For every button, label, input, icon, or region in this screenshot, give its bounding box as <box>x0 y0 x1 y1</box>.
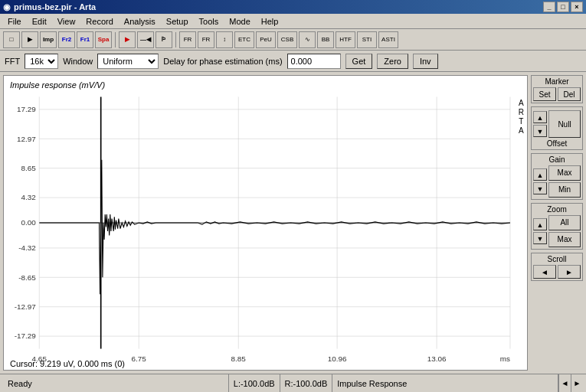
offset-arrows: ▲ ▼ <box>533 111 547 137</box>
marker-group: Marker Set Del <box>531 75 583 103</box>
gain-up-button[interactable]: ▲ <box>533 168 547 181</box>
toolbar: □▶ImpFr2Fr1Spa▶—◀🏳FRFR↕ETCPeUCSB∿BBHTFST… <box>0 29 586 51</box>
menu-item-setup[interactable]: Setup <box>162 15 193 28</box>
controls-bar: FFT 16k1k2k4k8k32k Window UniformHanning… <box>0 51 586 72</box>
get-button[interactable]: Get <box>345 54 373 69</box>
svg-text:12.97: 12.97 <box>17 135 36 143</box>
fr2-btn[interactable]: Fr2 <box>58 31 75 48</box>
menu-item-help[interactable]: Help <box>257 15 283 28</box>
scroll-group: Scroll ◄ ► <box>531 253 583 281</box>
spa-btn[interactable]: Spa <box>95 31 112 48</box>
zero-button[interactable]: Zero <box>377 54 408 69</box>
main-area: Impulse response (mV/V) A R T A 17.29 12… <box>0 72 586 374</box>
csb-btn[interactable]: CSB <box>277 31 297 48</box>
status-left-db: L:-100.0dB <box>229 374 280 392</box>
menu-item-file[interactable]: File <box>3 15 26 28</box>
zoom-title: Zoom <box>533 205 581 214</box>
toolbar-sep-2 <box>175 32 176 47</box>
stop-btn[interactable]: —◀ <box>137 31 154 48</box>
menubar: FileEditViewRecordAnalysisSetupToolsMode… <box>0 14 586 29</box>
offset-up-button[interactable]: ▲ <box>533 111 547 123</box>
peu-btn[interactable]: PeU <box>256 31 276 48</box>
fft-label: FFT <box>5 57 20 66</box>
window-select[interactable]: UniformHanningBlackmanFlatTop <box>97 54 159 69</box>
scroll-left-button[interactable]: ◄ <box>533 265 556 279</box>
svg-text:-17.29: -17.29 <box>15 332 37 340</box>
play-btn[interactable]: ▶ <box>119 31 136 48</box>
zoom-arrows: ▲ ▼ <box>533 218 547 244</box>
svg-text:17.29: 17.29 <box>17 105 36 113</box>
marker-set-button[interactable]: Set <box>533 87 556 101</box>
titlebar-title: ◉ primus-bez.pir - Arta <box>3 2 96 12</box>
svg-text:ms: ms <box>500 354 510 363</box>
svg-text:-8.65: -8.65 <box>18 273 36 282</box>
minimize-button[interactable]: _ <box>543 2 555 12</box>
status-scroll-left[interactable]: ◄ <box>558 374 571 392</box>
gain-group: Gain ▲ ▼ Max Min <box>531 153 583 200</box>
menu-item-mode[interactable]: Mode <box>224 15 255 28</box>
right-panel: Marker Set Del ▲ ▼ Null Offset Gain ▲ <box>531 75 583 371</box>
status-right-db: R:-100.0dB <box>280 374 333 392</box>
window-label: Window <box>63 57 93 66</box>
marker-title: Marker <box>533 77 581 86</box>
maximize-button[interactable]: □ <box>557 2 569 12</box>
svg-text:10.96: 10.96 <box>328 354 347 363</box>
open-btn[interactable]: ▶ <box>21 31 38 48</box>
marker-buttons: Set Del <box>533 87 581 101</box>
sti-btn[interactable]: STI <box>357 31 377 48</box>
status-scroll-right[interactable]: ► <box>571 374 583 392</box>
menu-item-tools[interactable]: Tools <box>195 15 224 28</box>
imp-btn[interactable]: Imp <box>40 31 57 48</box>
fr1-btn[interactable]: Fr1 <box>77 31 93 48</box>
htf-btn[interactable]: HTF <box>336 31 355 48</box>
gain-down-button[interactable]: ▼ <box>533 182 547 194</box>
step-btn[interactable]: ↕ <box>216 31 233 48</box>
chart-area: Impulse response (mV/V) A R T A 17.29 12… <box>3 75 528 371</box>
flag-btn[interactable]: 🏳 <box>156 31 172 48</box>
chart-svg: 17.29 12.97 8.65 4.32 0.00 -4.32 -8.65 -… <box>4 76 527 370</box>
titlebar: ◉ primus-bez.pir - Arta _ □ × <box>0 0 586 14</box>
scroll-right-button[interactable]: ► <box>558 265 581 279</box>
offset-row: ▲ ▼ Null <box>533 110 581 138</box>
cursor-info: Cursor: 9.219 uV, 0.000 ms (0) <box>10 359 125 368</box>
offset-down-button[interactable]: ▼ <box>533 125 547 137</box>
svg-text:6.75: 6.75 <box>132 354 147 363</box>
gain-max-button[interactable]: Max <box>548 165 581 181</box>
zoom-up-button[interactable]: ▲ <box>533 218 547 230</box>
zoom-max-button[interactable]: Max <box>548 232 581 247</box>
delay-input[interactable] <box>287 54 341 69</box>
offset-label: Offset <box>533 139 581 148</box>
status-mode: Impulse Response <box>332 374 558 392</box>
asti-btn[interactable]: ASTI <box>378 31 398 48</box>
delay-label: Delay for phase estimation (ms) <box>163 57 282 66</box>
offset-null-button[interactable]: Null <box>548 110 581 138</box>
bb-btn[interactable]: BB <box>317 31 334 48</box>
svg-text:13.06: 13.06 <box>427 354 447 363</box>
fr-b-btn[interactable]: FR <box>198 31 214 48</box>
marker-del-button[interactable]: Del <box>558 87 581 101</box>
etc-btn[interactable]: ETC <box>234 31 254 48</box>
menu-item-edit[interactable]: Edit <box>28 15 51 28</box>
svg-text:-4.32: -4.32 <box>18 243 36 252</box>
window-title: primus-bez.pir - Arta <box>14 2 96 11</box>
titlebar-controls: _ □ × <box>543 2 583 12</box>
toolbar-sep-1 <box>115 32 116 47</box>
svg-text:4.32: 4.32 <box>21 193 36 201</box>
offset-group: ▲ ▼ Null Offset <box>531 106 583 150</box>
fr-a-btn[interactable]: FR <box>179 31 196 48</box>
statusbar: Ready L:-100.0dB R:-100.0dB Impulse Resp… <box>0 374 586 392</box>
fft-select[interactable]: 16k1k2k4k8k32k <box>25 54 58 69</box>
gain-arrows: ▲ ▼ <box>533 168 547 194</box>
inv-button[interactable]: Inv <box>413 54 438 69</box>
wave-btn[interactable]: ∿ <box>299 31 316 48</box>
new-btn[interactable]: □ <box>3 31 20 48</box>
menu-item-record[interactable]: Record <box>81 15 117 28</box>
close-button[interactable]: × <box>571 2 583 12</box>
gain-min-button[interactable]: Min <box>548 182 581 198</box>
menu-item-view[interactable]: View <box>53 15 80 28</box>
zoom-down-button[interactable]: ▼ <box>533 232 547 244</box>
app-icon: ◉ <box>3 2 11 12</box>
zoom-buttons: All Max <box>548 215 581 247</box>
zoom-all-button[interactable]: All <box>548 215 581 230</box>
menu-item-analysis[interactable]: Analysis <box>119 15 160 28</box>
